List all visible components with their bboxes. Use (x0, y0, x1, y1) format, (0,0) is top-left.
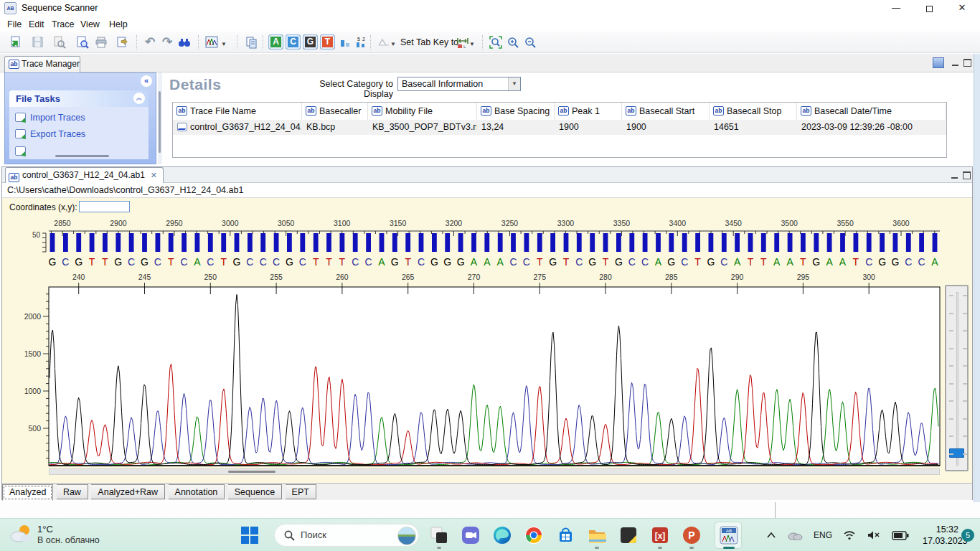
import-traces-link[interactable]: Import Traces (15, 111, 85, 124)
details-minimize-icon[interactable] (951, 59, 960, 67)
show-base-t-button[interactable]: T (320, 34, 335, 50)
menu-help[interactable]: Help (105, 18, 132, 31)
cell-basecaller[interactable]: KB.bcp (302, 120, 368, 135)
col-peak1-scan[interactable]: abPeak 1 Scan# (555, 103, 622, 120)
search-box[interactable]: Поиск (274, 524, 419, 547)
weather-widget[interactable]: 1°C В осн. облачно (9, 523, 152, 547)
zoom-in-icon[interactable] (505, 34, 521, 50)
menu-view[interactable]: View (76, 18, 104, 31)
chevron-down-icon[interactable]: ▼ (508, 77, 520, 90)
teams-chat-icon[interactable] (461, 525, 481, 545)
notes-app-icon[interactable] (618, 525, 639, 545)
show-base-c-button[interactable]: C (286, 34, 301, 50)
menu-file[interactable]: File (3, 18, 26, 31)
file-explorer-icon[interactable] (587, 525, 607, 545)
active-indicator (723, 547, 735, 549)
cell-basecall-start[interactable]: 1900 (622, 120, 710, 135)
tab-raw[interactable]: Raw (57, 484, 88, 499)
restore-button[interactable] (913, 0, 946, 17)
col-mobility-file[interactable]: abMobility File (368, 103, 477, 120)
zoom-out-icon[interactable] (522, 34, 538, 50)
tab-trace-manager[interactable]: abTrace Manager (4, 56, 80, 72)
save-icon[interactable] (30, 34, 46, 50)
col-basecall-start[interactable]: abBasecall Start Scan# (622, 103, 710, 120)
category-select[interactable]: Basecall Information ▼ (397, 77, 521, 91)
menu-edit[interactable]: Edit (24, 18, 49, 31)
quality-bars-icon[interactable] (337, 34, 353, 50)
copy-icon[interactable] (244, 34, 260, 50)
trace-maximize-icon[interactable] (962, 171, 971, 179)
tab-annotation[interactable]: Annotation (169, 484, 225, 499)
import-traces-icon[interactable] (9, 34, 24, 50)
trace-view-icon[interactable] (204, 34, 220, 50)
close-tab-icon[interactable]: ✕ (151, 171, 157, 179)
cell-peak1-scan[interactable]: 1900 (555, 120, 622, 135)
notification-badge[interactable]: 5 (961, 529, 974, 542)
battery-icon[interactable] (892, 531, 909, 540)
peak-tool-dropdown[interactable]: ▼ (389, 34, 397, 50)
file-tasks-header[interactable]: File Tasks ︽ (9, 90, 149, 107)
onedrive-cloud-icon[interactable] (787, 530, 803, 540)
wifi-icon[interactable] (843, 530, 856, 540)
trace-minimize-icon[interactable] (951, 171, 959, 179)
panel-horizontal-scrollbar[interactable] (55, 155, 109, 157)
chrome-icon[interactable] (524, 525, 544, 545)
start-button[interactable] (241, 527, 258, 544)
cell-mobility-file[interactable]: KB_3500_POP7_BDTv3.mob (368, 120, 477, 135)
grid-view-icon[interactable] (933, 57, 944, 68)
horizontal-scrollbar[interactable] (49, 468, 940, 475)
zoom-fit-icon[interactable] (488, 34, 504, 50)
horizontal-scrollbar-thumb[interactable] (228, 471, 275, 473)
clock[interactable]: 15:32 17.03.2023 (923, 524, 958, 547)
col-trace-file-name[interactable]: abTrace File Name (173, 103, 302, 120)
redo-icon[interactable]: ↷ (159, 34, 175, 50)
quality-values-icon[interactable]: 52 (353, 34, 369, 50)
chevron-up-icon[interactable]: ︽ (133, 93, 145, 104)
volume-muted-icon[interactable] (867, 530, 881, 540)
col-basecall-datetime[interactable]: abBasecall Date/Time (797, 103, 946, 120)
search-trace-icon[interactable] (52, 34, 67, 50)
undo-icon[interactable]: ↶ (142, 34, 158, 50)
sequence-scanner-taskbar-active[interactable]: AB (715, 522, 742, 549)
chromatogram-plot[interactable]: 2850290029503000305031003150320032503300… (2, 215, 942, 468)
cell-basecall-datetime[interactable]: 2023-03-09 12:39:26 -08:00 (797, 120, 946, 135)
task-view-icon[interactable] (429, 525, 449, 545)
x-app-icon[interactable]: [x] (650, 525, 670, 545)
col-basecaller[interactable]: abBasecaller (302, 103, 368, 120)
toolbar-separator (198, 35, 199, 50)
close-button[interactable]: ✕ (946, 0, 979, 17)
find-icon[interactable] (176, 34, 192, 50)
vertical-zoom-slider[interactable] (945, 285, 969, 471)
cell-basecall-stop[interactable]: 14651 (710, 120, 797, 135)
trace-file-tab[interactable]: abcontrol_G3637_H12_24_04.ab1✕ (5, 167, 164, 183)
trace-view-dropdown[interactable]: ▼ (220, 34, 228, 50)
powerpoint-icon[interactable]: P (682, 525, 702, 545)
show-base-a-button[interactable]: A (268, 34, 283, 50)
language-indicator[interactable]: ENG (814, 530, 832, 540)
tab-sequence[interactable]: Sequence (228, 484, 282, 499)
print-preview-icon[interactable] (75, 34, 90, 50)
cell-trace-file-name[interactable]: control_G3637_H12_24_04.ab1 (173, 120, 302, 135)
restore-icon (926, 6, 933, 12)
menu-trace[interactable]: Trace (47, 18, 79, 31)
panel-vertical-scrollbar[interactable] (158, 72, 162, 164)
search-highlight-image[interactable] (397, 527, 416, 545)
export-traces-link[interactable]: Export Traces (15, 128, 85, 141)
details-maximize-icon[interactable] (963, 58, 971, 66)
col-base-spacing[interactable]: abBase Spacing (477, 103, 555, 120)
minimize-button[interactable]: — (880, 0, 913, 17)
tray-chevron-icon[interactable] (766, 532, 776, 539)
collapse-panel-button[interactable]: « (141, 75, 152, 87)
export-icon[interactable] (115, 34, 131, 50)
show-base-g-button[interactable]: G (303, 34, 318, 50)
cell-base-spacing[interactable]: 13,24 (477, 120, 555, 135)
store-icon[interactable] (555, 525, 575, 545)
tab-analyzed-raw[interactable]: Analyzed+Raw (91, 484, 165, 499)
tab-key-dropdown[interactable]: ▼ (468, 34, 476, 50)
tab-analyzed[interactable]: Analyzed (2, 484, 53, 501)
print-icon[interactable] (93, 34, 109, 50)
tab-ept[interactable]: EPT (286, 484, 316, 499)
edge-icon[interactable] (492, 525, 512, 545)
col-basecall-stop[interactable]: abBasecall Stop Scan# (710, 103, 797, 120)
coordinates-input[interactable] (79, 201, 130, 212)
